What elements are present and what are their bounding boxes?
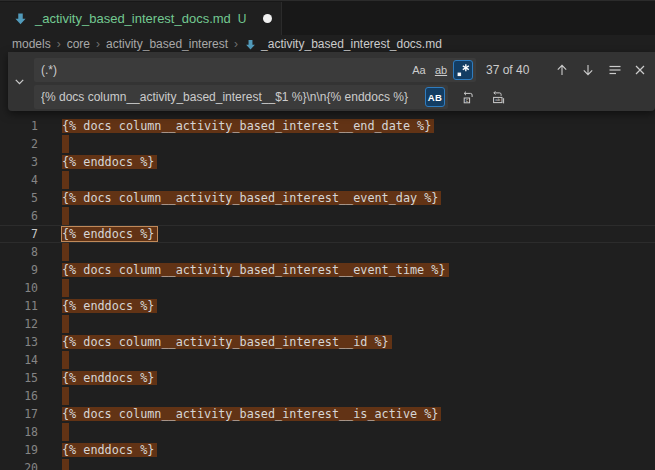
line-number[interactable]: 2	[0, 135, 38, 153]
breadcrumb-item[interactable]: core	[67, 37, 90, 51]
line-number[interactable]: 20	[0, 459, 38, 470]
replace-input-box: AB	[34, 85, 448, 109]
breadcrumb-label: core	[67, 37, 90, 51]
code-line[interactable]: 7{% enddocs %}	[0, 225, 655, 243]
find-options: Aa ab	[409, 60, 473, 80]
code-text	[62, 459, 69, 470]
code-text	[62, 171, 69, 189]
find-in-selection-button[interactable]	[606, 61, 624, 79]
whole-word-button[interactable]: ab	[431, 60, 451, 80]
code-line[interactable]: 4	[0, 171, 655, 189]
find-match-highlight	[62, 279, 69, 297]
breadcrumb-separator-icon: ›	[57, 37, 61, 51]
code-line[interactable]: 2	[0, 135, 655, 153]
code-line[interactable]: 10	[0, 279, 655, 297]
code-line[interactable]: 20	[0, 459, 655, 470]
find-match-highlight	[62, 135, 69, 153]
find-match-highlight: {% docs column__activity_based_interest_…	[62, 335, 392, 349]
replace-button[interactable]: c	[460, 88, 478, 106]
breadcrumb-label: models	[12, 37, 51, 51]
whole-word-label: ab	[435, 64, 447, 76]
line-number[interactable]: 1	[0, 117, 38, 135]
find-replace-widget: Aa ab 37 of 40	[8, 52, 655, 111]
line-number[interactable]: 16	[0, 387, 38, 405]
find-input-box: Aa ab	[34, 58, 476, 82]
code-line[interactable]: 15{% enddocs %}	[0, 369, 655, 387]
code-line[interactable]: 18	[0, 423, 655, 441]
previous-match-button[interactable]	[553, 61, 571, 79]
breadcrumb-separator-icon: ›	[96, 37, 100, 51]
line-number[interactable]: 13	[0, 333, 38, 351]
line-number[interactable]: 17	[0, 405, 38, 423]
line-number[interactable]: 14	[0, 351, 38, 369]
line-number[interactable]: 11	[0, 297, 38, 315]
code-text	[62, 315, 69, 333]
code-text: {% docs column__activity_based_interest_…	[62, 189, 441, 207]
code-area: 1{% docs column__activity_based_interest…	[0, 117, 655, 470]
find-match-highlight	[62, 171, 69, 189]
tab-activity-docs[interactable]: _activity_based_interest_docs.md U	[0, 2, 282, 35]
find-match-highlight: {% enddocs %}	[62, 155, 157, 169]
code-line[interactable]: 13{% docs column__activity_based_interes…	[0, 333, 655, 351]
close-icon	[632, 62, 648, 78]
regex-button[interactable]	[453, 60, 473, 80]
code-line[interactable]: 8	[0, 243, 655, 261]
code-line[interactable]: 5{% docs column__activity_based_interest…	[0, 189, 655, 207]
line-number[interactable]: 19	[0, 441, 38, 459]
find-match-highlight	[62, 243, 69, 261]
modified-indicator-dot[interactable]	[263, 14, 272, 23]
match-count: 37 of 40	[486, 58, 529, 82]
code-text: {% docs column__activity_based_interest_…	[62, 117, 434, 135]
breadcrumb-label: activity_based_interest	[106, 37, 228, 51]
code-line[interactable]: 1{% docs column__activity_based_interest…	[0, 117, 655, 135]
regex-icon	[454, 61, 472, 79]
find-match-highlight: {% enddocs %}	[62, 371, 157, 385]
replace-all-button[interactable]: ab	[490, 88, 508, 106]
markdown-file-icon	[244, 38, 257, 51]
breadcrumb-item[interactable]: _activity_based_interest_docs.md	[244, 37, 442, 51]
line-number[interactable]: 5	[0, 189, 38, 207]
code-line[interactable]: 16	[0, 387, 655, 405]
code-text	[62, 243, 69, 261]
code-text	[62, 351, 69, 369]
tab-filename: _activity_based_interest_docs.md	[35, 11, 231, 26]
code-text	[62, 423, 69, 441]
line-number[interactable]: 3	[0, 153, 38, 171]
line-number[interactable]: 18	[0, 423, 38, 441]
preserve-case-button[interactable]: AB	[425, 87, 445, 107]
arrow-up-icon	[554, 62, 570, 78]
line-number[interactable]: 9	[0, 261, 38, 279]
replace-input[interactable]	[34, 85, 448, 109]
line-number[interactable]: 4	[0, 171, 38, 189]
current-find-match: {% enddocs %}	[62, 227, 157, 241]
find-match-highlight: {% docs column__activity_based_interest_…	[62, 263, 449, 277]
next-match-button[interactable]	[579, 61, 597, 79]
code-line[interactable]: 3{% enddocs %}	[0, 153, 655, 171]
find-match-highlight	[62, 423, 69, 441]
find-match-highlight	[62, 387, 69, 405]
git-status-badge: U	[238, 12, 247, 26]
code-line[interactable]: 17{% docs column__activity_based_interes…	[0, 405, 655, 423]
line-number[interactable]: 12	[0, 315, 38, 333]
line-number[interactable]: 10	[0, 279, 38, 297]
match-case-button[interactable]: Aa	[409, 60, 429, 80]
breadcrumb-label: _activity_based_interest_docs.md	[261, 37, 442, 51]
code-line[interactable]: 6	[0, 207, 655, 225]
replace-icon: c	[461, 89, 477, 105]
code-line[interactable]: 9{% docs column__activity_based_interest…	[0, 261, 655, 279]
code-line[interactable]: 19{% enddocs %}	[0, 441, 655, 459]
find-match-highlight: {% docs column__activity_based_interest_…	[62, 407, 441, 421]
line-number[interactable]: 6	[0, 207, 38, 225]
breadcrumb-item[interactable]: activity_based_interest	[106, 37, 228, 51]
breadcrumb-item[interactable]: models	[12, 37, 51, 51]
markdown-file-icon	[13, 11, 28, 26]
close-find-widget-button[interactable]	[631, 61, 649, 79]
code-line[interactable]: 14	[0, 351, 655, 369]
code-line[interactable]: 11{% enddocs %}	[0, 297, 655, 315]
toggle-replace-chevron-icon[interactable]	[11, 73, 28, 90]
line-number[interactable]: 15	[0, 369, 38, 387]
code-text: {% docs column__activity_based_interest_…	[62, 261, 449, 279]
code-line[interactable]: 12	[0, 315, 655, 333]
line-number[interactable]: 7	[0, 225, 38, 243]
line-number[interactable]: 8	[0, 243, 38, 261]
